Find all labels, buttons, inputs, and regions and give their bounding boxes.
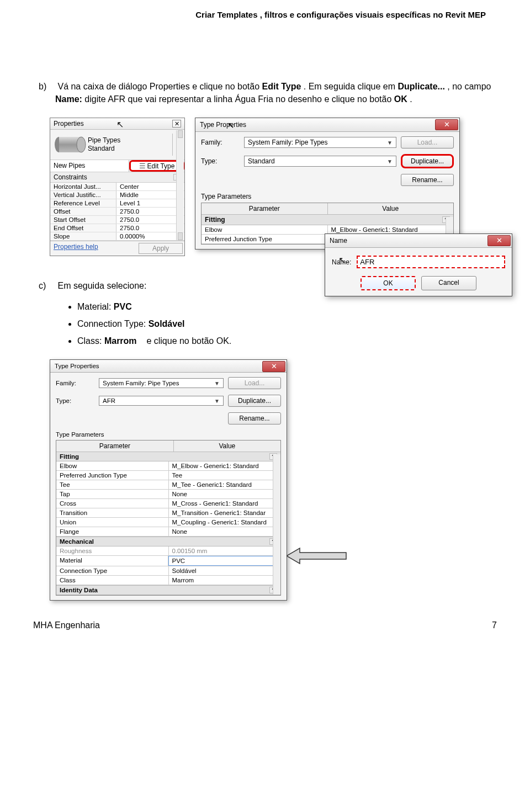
table-row[interactable]: Roughness0.00150 mm — [56, 546, 280, 556]
group-mechanical[interactable]: Mechanical⌃ — [56, 537, 280, 546]
figure-row-b: Properties ↖ ✕ Pipe Types Standard ▾ New… — [50, 118, 508, 256]
duplicate-button[interactable]: Duplicate... — [228, 395, 281, 407]
scrollbar[interactable] — [273, 454, 280, 595]
param-key: Elbow — [56, 461, 169, 470]
close-icon[interactable]: ✕ — [435, 119, 458, 130]
group-fitting-label: Fitting — [205, 216, 225, 224]
param-value[interactable]: M_Transition - Generic1: Standar — [169, 508, 281, 517]
table-row[interactable]: FlangeNone — [56, 527, 280, 537]
col-parameter: Parameter — [202, 203, 328, 214]
prop-row[interactable]: End Offset2750.0 — [50, 224, 184, 232]
group-identity-data[interactable]: Identity Data⌃ — [56, 585, 280, 595]
text-b-name: Name: — [55, 94, 82, 104]
param-value[interactable]: None — [169, 490, 281, 498]
text-c: Em seguida selecione: — [57, 281, 146, 290]
type-properties-dialog: Type Properties ↖ ✕ Family: System Famil… — [195, 118, 460, 250]
constraints-group-header[interactable]: Constraints ⌃ — [50, 172, 184, 183]
table-row[interactable]: TeeM_Tee - Generic1: Standard — [56, 480, 280, 490]
prop-value[interactable]: Middle — [116, 191, 184, 199]
prop-value[interactable]: 0.0000% — [116, 232, 184, 240]
family-select[interactable]: System Family: Pipe Types ▼ — [244, 137, 396, 148]
text-b-edit-type: Edit Type — [262, 82, 301, 91]
prop-value[interactable]: 2750.0 — [116, 216, 184, 224]
type-select[interactable]: Standard ▼ — [244, 156, 396, 167]
page-footer: MHA Engenharia 7 — [22, 601, 508, 641]
col-value: Value — [328, 203, 454, 214]
list-item: Class: Marrom e clique no botão OK. — [77, 332, 497, 349]
li-pre: Connection Type: — [77, 319, 149, 328]
cancel-button[interactable]: Cancel — [421, 276, 476, 290]
list-marker-c: c) — [39, 278, 55, 293]
table-row[interactable]: MaterialPVC — [56, 556, 280, 566]
prop-key: Reference Level — [50, 199, 116, 207]
table-row[interactable]: ElbowM_Elbow - Generic1: Standard — [56, 461, 280, 471]
param-value[interactable]: Marrom — [169, 576, 281, 585]
table-row[interactable]: CrossM_Cross - Generic1: Standard — [56, 499, 280, 508]
properties-title: Properties — [54, 120, 84, 128]
group-identity-data-label: Identity Data — [60, 587, 98, 593]
group-fitting[interactable]: Fitting⌃ — [56, 452, 280, 461]
param-value[interactable]: PVC — [168, 556, 281, 566]
table-row[interactable]: TapNone — [56, 490, 280, 499]
type-selector[interactable]: Pipe Types Standard ▾ — [50, 130, 184, 160]
group-fitting[interactable]: Fitting⌃ — [202, 214, 453, 225]
ok-button[interactable]: OK — [361, 276, 416, 290]
table-row[interactable]: ClassMarrom — [56, 576, 280, 585]
list-marker-b: b) — [39, 80, 55, 93]
param-key: Union — [56, 518, 169, 527]
properties-rows: Horizontal Just...Center Vertical Justif… — [50, 183, 184, 241]
type-parameters-table: Parameter Value Fitting⌃ ElbowM_Elbow - … — [56, 440, 281, 596]
param-value[interactable]: M_Cross - Generic1: Standard — [169, 499, 281, 508]
param-value[interactable]: Soldável — [169, 566, 281, 575]
prop-row[interactable]: Vertical Justific...Middle — [50, 191, 184, 199]
rename-button[interactable]: Rename... — [228, 412, 281, 424]
name-input[interactable]: AFR — [357, 256, 505, 268]
close-icon[interactable]: ✕ — [487, 235, 511, 246]
prop-value[interactable]: 2750.0 — [116, 208, 184, 215]
param-value[interactable]: M_Elbow - Generic1: Standard — [328, 225, 454, 234]
family-select[interactable]: System Family: Pipe Types ▼ — [99, 378, 224, 388]
svg-marker-3 — [287, 548, 346, 564]
load-button[interactable]: Load... — [228, 377, 281, 389]
dialog-title: Name — [330, 237, 347, 245]
prop-row[interactable]: Horizontal Just...Center — [50, 183, 184, 191]
load-button[interactable]: Load... — [401, 136, 454, 148]
edit-type-icon: ☰ — [139, 162, 146, 170]
prop-value[interactable]: Level 1 — [116, 199, 184, 207]
type-select[interactable]: AFR ▼ — [99, 396, 224, 406]
param-value[interactable]: M_Elbow - Generic1: Standard — [169, 461, 281, 470]
prop-row[interactable]: Start Offset2750.0 — [50, 216, 184, 224]
prop-value[interactable]: 2750.0 — [116, 224, 184, 232]
scrollbar[interactable] — [176, 130, 184, 240]
table-row[interactable]: Connection TypeSoldável — [56, 566, 280, 576]
param-value[interactable]: Tee — [169, 471, 281, 480]
type-properties-dialog-2: Type Properties ✕ Family: System Family:… — [50, 359, 287, 601]
param-key: Preferred Junction Type — [202, 235, 328, 243]
section-c-list: Material: PVC Connection Type: Soldável … — [77, 298, 497, 350]
prop-key: End Offset — [50, 224, 116, 232]
list-item: Material: PVC — [77, 298, 497, 315]
param-key: Transition — [56, 508, 169, 517]
prop-row[interactable]: Slope0.0000% — [50, 232, 184, 241]
properties-help-link[interactable]: Properties help — [50, 241, 137, 256]
param-value[interactable]: M_Coupling - Generic1: Standard — [169, 518, 281, 527]
text-b2: . Em seguida clique em — [304, 82, 398, 91]
param-key: Tee — [56, 480, 169, 489]
close-icon[interactable]: ✕ — [262, 361, 285, 372]
close-icon[interactable]: ✕ — [172, 120, 181, 128]
rename-button[interactable]: Rename... — [401, 174, 454, 186]
param-value[interactable]: None — [169, 527, 281, 536]
table-row[interactable]: UnionM_Coupling - Generic1: Standard — [56, 518, 280, 527]
param-value[interactable]: 0.00150 mm — [169, 546, 281, 555]
prop-value[interactable]: Center — [116, 183, 184, 190]
text-b-ok: OK — [394, 94, 407, 104]
param-value[interactable]: M_Tee - Generic1: Standard — [169, 480, 281, 489]
prop-row[interactable]: Offset2750.0 — [50, 208, 184, 216]
table-row[interactable]: Preferred Junction TypeTee — [56, 471, 280, 480]
prop-row[interactable]: Reference LevelLevel 1 — [50, 199, 184, 208]
prop-key: Horizontal Just... — [50, 183, 116, 190]
table-row[interactable]: TransitionM_Transition - Generic1: Stand… — [56, 508, 280, 518]
dialog-stack: Type Properties ↖ ✕ Family: System Famil… — [195, 118, 508, 256]
apply-button[interactable]: Apply — [139, 243, 183, 254]
duplicate-button[interactable]: Duplicate... — [401, 154, 454, 168]
